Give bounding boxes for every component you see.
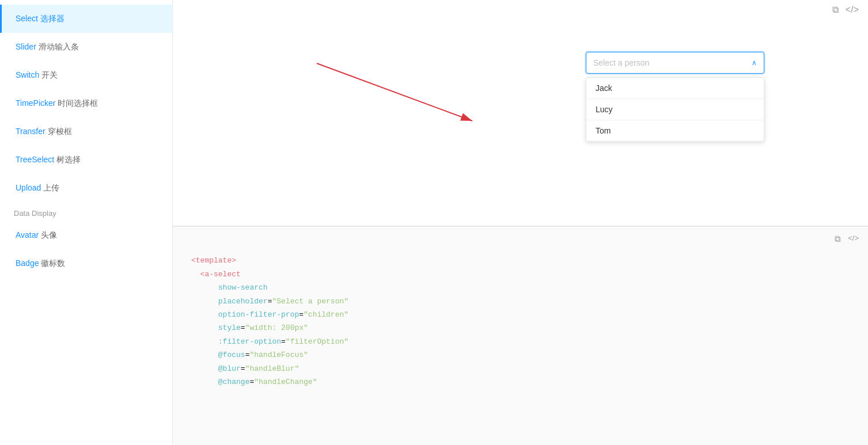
code-icon[interactable]: </> — [846, 5, 859, 15]
code-area: ⧉ </> <template> <a-select show-search p… — [173, 226, 868, 445]
code-toolbar: ⧉ </> — [835, 234, 859, 244]
sidebar-item-select-zh: 选择器 — [40, 14, 65, 23]
copy-icon[interactable]: ⧉ — [832, 5, 839, 15]
sidebar-item-select-en: Select — [16, 14, 38, 23]
sidebar-item-avatar[interactable]: Avatar 头像 — [0, 221, 172, 249]
demo-area: ⧉ </> Select a person ∧ Jack Lucy — [173, 0, 868, 226]
sidebar-item-avatar-en: Avatar — [16, 230, 39, 239]
select-option-lucy[interactable]: Lucy — [586, 99, 764, 120]
sidebar: Select 选择器 Slider 滑动输入条 Switch 开关 TimePi… — [0, 0, 173, 445]
sidebar-item-upload-zh: 上传 — [43, 183, 59, 192]
sidebar-item-treeselect-en: TreeSelect — [16, 155, 54, 164]
sidebar-item-avatar-zh: 头像 — [41, 230, 57, 239]
svg-line-1 — [317, 63, 472, 121]
sidebar-item-transfer-en: Transfer — [16, 127, 46, 136]
sidebar-item-switch-zh: 开关 — [41, 70, 58, 79]
demo-toolbar: ⧉ </> — [832, 5, 859, 15]
chevron-up-icon: ∧ — [752, 59, 757, 67]
sidebar-item-treeselect[interactable]: TreeSelect 树选择 — [0, 146, 172, 174]
select-component: Select a person ∧ Jack Lucy Tom — [586, 52, 764, 74]
select-dropdown: Jack Lucy Tom — [586, 77, 764, 142]
select-box[interactable]: Select a person ∧ — [586, 52, 764, 74]
sidebar-item-timepicker-en: TimePicker — [16, 98, 56, 108]
sidebar-item-transfer-zh: 穿梭框 — [48, 127, 72, 136]
sidebar-item-timepicker[interactable]: TimePicker 时间选择框 — [0, 89, 172, 117]
sidebar-item-select[interactable]: Select 选择器 — [0, 5, 172, 33]
sidebar-item-timepicker-zh: 时间选择框 — [58, 98, 98, 108]
code-expand-icon[interactable]: </> — [848, 234, 859, 244]
sidebar-item-switch[interactable]: Switch 开关 — [0, 61, 172, 89]
sidebar-item-badge-zh: 徽标数 — [41, 258, 65, 268]
sidebar-section-data-display: Data Display — [0, 202, 172, 221]
sidebar-item-treeselect-zh: 树选择 — [56, 155, 81, 164]
arrow-annotation — [288, 46, 518, 138]
main-content: ⧉ </> Select a person ∧ Jack Lucy — [173, 0, 868, 445]
sidebar-item-upload-en: Upload — [16, 183, 41, 192]
sidebar-item-upload[interactable]: Upload 上传 — [0, 174, 172, 202]
sidebar-item-transfer[interactable]: Transfer 穿梭框 — [0, 117, 172, 146]
select-option-tom[interactable]: Tom — [586, 120, 764, 141]
code-copy-icon[interactable]: ⧉ — [835, 234, 841, 244]
select-placeholder: Select a person — [593, 58, 649, 67]
code-block: <template> <a-select show-search placeho… — [191, 241, 850, 402]
select-option-jack[interactable]: Jack — [586, 78, 764, 99]
sidebar-item-badge-en: Badge — [16, 258, 39, 268]
sidebar-item-slider-zh: 滑动输入条 — [39, 42, 79, 51]
sidebar-item-switch-en: Switch — [16, 70, 39, 79]
sidebar-item-badge[interactable]: Badge 徽标数 — [0, 249, 172, 277]
sidebar-item-slider[interactable]: Slider 滑动输入条 — [0, 33, 172, 61]
sidebar-item-slider-en: Slider — [16, 42, 36, 51]
